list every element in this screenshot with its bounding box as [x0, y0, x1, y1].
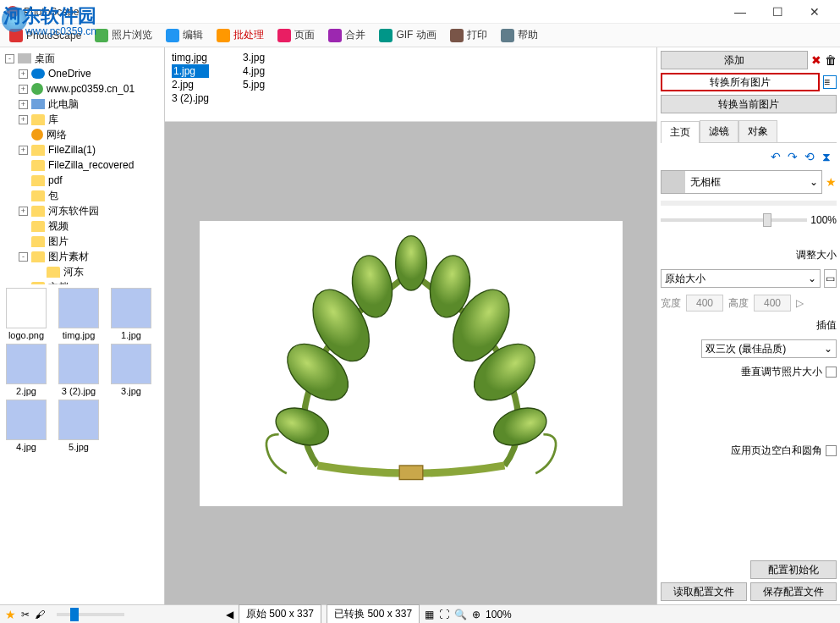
- play-icon[interactable]: ▷: [796, 297, 804, 309]
- adjust-vertical-checkbox[interactable]: [826, 367, 837, 378]
- tree-expander[interactable]: +: [19, 85, 28, 94]
- hourglass-icon[interactable]: ⧗: [820, 150, 833, 163]
- tree-item[interactable]: pdf: [3, 173, 161, 188]
- interpolation-select[interactable]: 双三次 (最佳品质)⌄: [701, 339, 837, 358]
- toolbar-label: 批处理: [233, 28, 264, 42]
- size-select[interactable]: 原始大小⌄: [661, 269, 821, 288]
- zoom-slider[interactable]: [661, 218, 807, 222]
- grid-icon[interactable]: ▦: [425, 609, 434, 620]
- redo-icon[interactable]: ↷: [786, 150, 799, 163]
- tree-item[interactable]: 图片: [3, 234, 161, 249]
- tree-expander[interactable]: +: [19, 115, 28, 124]
- file-item[interactable]: timg.jpg: [172, 51, 209, 64]
- folder-icon: [31, 175, 45, 186]
- lock-icon[interactable]: ▭: [824, 269, 837, 288]
- load-config-button[interactable]: 读取配置文件: [661, 582, 747, 601]
- tree-item[interactable]: -桌面: [3, 51, 161, 66]
- minimize-button[interactable]: —: [722, 0, 759, 24]
- convert-all-button[interactable]: 转换所有图片: [661, 73, 820, 91]
- tab-object[interactable]: 对象: [738, 120, 777, 142]
- file-list[interactable]: timg.jpg1.jpg2.jpg3 (2).jpg 3.jpg4.jpg5.…: [165, 47, 656, 122]
- tree-item[interactable]: -图片素材: [3, 249, 161, 264]
- list-icon[interactable]: ≡: [823, 75, 837, 89]
- tab-filter[interactable]: 滤镜: [700, 120, 738, 142]
- tree-item[interactable]: +河东软件园: [3, 203, 161, 218]
- tree-item[interactable]: 河东: [3, 264, 161, 279]
- tree-expander[interactable]: +: [19, 146, 28, 155]
- tree-item[interactable]: +库: [3, 112, 161, 127]
- thumbnail-grid[interactable]: logo.pngtimg.jpg1.jpg2.jpg3 (2).jpg3.jpg…: [0, 284, 164, 604]
- preview-strip: [661, 201, 837, 206]
- convert-current-button[interactable]: 转换当前图片: [661, 95, 837, 113]
- tree-expander[interactable]: +: [19, 69, 28, 79]
- height-field[interactable]: 400: [754, 295, 791, 312]
- brush-icon[interactable]: 🖌: [35, 609, 45, 620]
- tree-expander[interactable]: +: [19, 207, 28, 216]
- file-item[interactable]: 5.jpg: [243, 78, 265, 91]
- zoom-actual-icon[interactable]: ⊕: [472, 609, 480, 620]
- crop-icon[interactable]: ✂: [21, 609, 30, 620]
- zoom-fit-icon[interactable]: 🔍: [454, 609, 467, 620]
- thumbnail-item[interactable]: 2.jpg: [3, 344, 49, 396]
- tab-home[interactable]: 主页: [661, 121, 700, 143]
- fullscreen-icon[interactable]: ⛶: [439, 609, 449, 620]
- save-config-button[interactable]: 保存配置文件: [750, 582, 837, 601]
- thumbnail-image: [58, 288, 99, 328]
- file-item[interactable]: 3 (2).jpg: [172, 91, 209, 105]
- thumbnail-item[interactable]: 4.jpg: [3, 400, 49, 452]
- width-label: 宽度: [661, 296, 681, 311]
- toolbar-print[interactable]: 打印: [444, 25, 493, 46]
- toolbar-gif[interactable]: GIF 动画: [373, 25, 442, 46]
- thumbnail-item[interactable]: timg.jpg: [56, 288, 102, 340]
- tree-item[interactable]: 包: [3, 188, 161, 203]
- toolbar-page[interactable]: 页面: [272, 25, 321, 46]
- file-item[interactable]: 3.jpg: [243, 51, 265, 64]
- tree-item[interactable]: FileZilla_recovered: [3, 157, 161, 173]
- star-icon[interactable]: ★: [826, 175, 837, 189]
- thumbnail-item[interactable]: 1.jpg: [108, 288, 154, 340]
- tree-item[interactable]: 网络: [3, 127, 161, 142]
- width-field[interactable]: 400: [686, 295, 723, 312]
- config-init-button[interactable]: 配置初始化: [750, 560, 837, 579]
- tree-expander[interactable]: +: [19, 100, 28, 109]
- tree-expander[interactable]: -: [5, 54, 14, 63]
- frame-select[interactable]: 无相框 ⌄: [661, 170, 822, 194]
- preview-canvas[interactable]: [165, 122, 656, 604]
- tree-expander[interactable]: -: [19, 252, 28, 262]
- toolbar-help[interactable]: 帮助: [495, 25, 544, 46]
- undo-icon[interactable]: ↶: [769, 150, 782, 163]
- toolbar-label: 打印: [467, 28, 487, 42]
- refresh-icon[interactable]: ⟲: [803, 150, 816, 163]
- tree-item[interactable]: +www.pc0359.cn_01: [3, 81, 161, 96]
- tree-item[interactable]: +OneDrive: [3, 66, 161, 81]
- thumb-size-slider[interactable]: [57, 613, 124, 616]
- toolbar-combine[interactable]: 合并: [322, 25, 371, 46]
- trash-icon[interactable]: 🗑: [825, 53, 837, 67]
- toolbar-batch[interactable]: 批处理: [211, 25, 270, 46]
- folder-tree[interactable]: -桌面+OneDrive+www.pc0359.cn_01+此电脑+库网络+Fi…: [0, 47, 164, 284]
- apply-margin-checkbox[interactable]: [826, 445, 837, 456]
- thumbnail-name: 4.jpg: [16, 442, 36, 452]
- toolbar-gallery[interactable]: 照片浏览: [89, 25, 158, 46]
- thumbnail-item[interactable]: logo.png: [3, 288, 49, 340]
- add-button[interactable]: 添加: [661, 51, 808, 69]
- thumbnail-name: 3.jpg: [121, 386, 141, 396]
- thumbnail-item[interactable]: 5.jpg: [56, 400, 102, 452]
- delete-icon[interactable]: ✖: [811, 53, 821, 67]
- close-button[interactable]: ✕: [796, 0, 833, 24]
- file-item[interactable]: 1.jpg: [172, 64, 209, 78]
- user-icon: [31, 83, 43, 95]
- tree-item[interactable]: +此电脑: [3, 96, 161, 112]
- tree-label: 网络: [47, 128, 67, 142]
- prev-icon[interactable]: ◀: [226, 609, 233, 620]
- maximize-button[interactable]: ☐: [759, 0, 796, 24]
- file-item[interactable]: 4.jpg: [243, 64, 265, 78]
- file-item[interactable]: 2.jpg: [172, 78, 209, 91]
- tree-item[interactable]: 视频: [3, 218, 161, 234]
- thumbnail-item[interactable]: 3 (2).jpg: [56, 344, 102, 396]
- thumbnail-item[interactable]: 3.jpg: [108, 344, 154, 396]
- tree-item[interactable]: +FileZilla(1): [3, 142, 161, 157]
- favorite-icon[interactable]: ★: [5, 608, 16, 621]
- toolbar-edit[interactable]: 编辑: [160, 25, 209, 46]
- height-label: 高度: [728, 296, 749, 311]
